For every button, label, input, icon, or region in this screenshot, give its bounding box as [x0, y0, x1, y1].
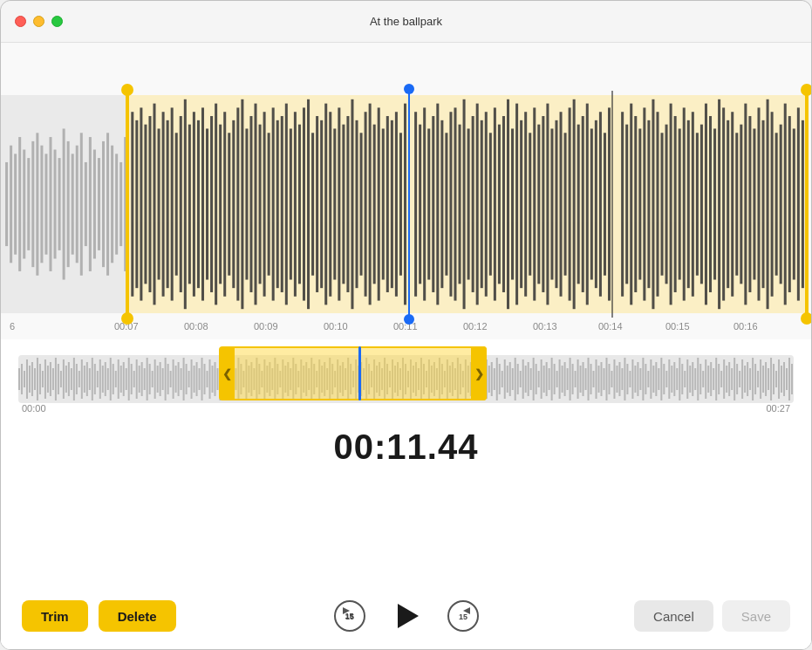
svg-rect-58 — [263, 112, 266, 297]
svg-rect-410 — [624, 358, 625, 400]
svg-rect-456 — [744, 366, 746, 393]
maximize-button[interactable] — [51, 16, 63, 27]
time-label-14: 00:14 — [598, 321, 623, 332]
svg-rect-275 — [269, 362, 270, 396]
svg-rect-434 — [686, 359, 688, 399]
svg-rect-84 — [378, 107, 380, 300]
svg-rect-157 — [713, 128, 716, 279]
svg-rect-220 — [126, 368, 127, 390]
svg-rect-218 — [120, 366, 122, 393]
svg-rect-6 — [31, 141, 34, 267]
svg-rect-155 — [705, 104, 707, 305]
mini-trim-handle-left[interactable]: ❮ — [219, 346, 235, 400]
svg-rect-170 — [771, 112, 774, 297]
svg-rect-9 — [44, 154, 47, 254]
time-label-9: 00:09 — [254, 321, 278, 332]
mini-trim-handle-right[interactable]: ❯ — [471, 346, 487, 400]
svg-rect-1 — [10, 146, 12, 263]
trim-button[interactable]: Trim — [22, 600, 88, 632]
mini-waveform-bg: // We'll use inline generation via CSS b… — [18, 355, 794, 403]
svg-rect-316 — [376, 366, 378, 393]
svg-rect-31 — [144, 125, 147, 284]
svg-rect-358 — [488, 366, 490, 393]
svg-rect-435 — [689, 366, 691, 393]
svg-rect-225 — [139, 366, 140, 393]
svg-rect-176 — [797, 107, 800, 300]
svg-rect-286 — [297, 371, 299, 387]
svg-rect-369 — [517, 364, 519, 394]
svg-rect-213 — [107, 368, 109, 390]
svg-rect-15 — [72, 154, 74, 254]
svg-rect-450 — [728, 362, 730, 396]
svg-rect-214 — [110, 358, 112, 400]
svg-rect-45 — [206, 128, 208, 279]
mini-playhead — [358, 346, 361, 400]
svg-rect-147 — [670, 104, 672, 305]
svg-rect-336 — [428, 359, 430, 399]
cancel-button[interactable]: Cancel — [634, 600, 713, 632]
rewind-button[interactable]: 15 15 — [333, 599, 366, 633]
svg-rect-254 — [214, 362, 215, 396]
svg-rect-282 — [287, 362, 289, 396]
svg-rect-409 — [621, 368, 623, 390]
svg-rect-20 — [93, 150, 96, 259]
svg-rect-424 — [660, 358, 662, 400]
close-button[interactable] — [15, 16, 26, 27]
svg-rect-298 — [329, 358, 331, 400]
svg-rect-340 — [439, 358, 440, 400]
svg-rect-273 — [263, 359, 265, 399]
time-label-6: 6 — [10, 321, 15, 332]
svg-rect-330 — [413, 366, 414, 393]
svg-rect-99 — [449, 112, 452, 297]
svg-rect-472 — [786, 368, 788, 390]
svg-rect-30 — [140, 107, 142, 300]
svg-rect-230 — [152, 371, 154, 387]
fast-forward-button[interactable]: 15 — [447, 599, 480, 633]
playhead[interactable] — [408, 91, 410, 318]
svg-rect-149 — [679, 128, 681, 279]
svg-rect-283 — [290, 368, 291, 390]
svg-rect-59 — [268, 133, 270, 275]
mini-waveform-strip[interactable]: // We'll use inline generation via CSS b… — [18, 346, 794, 416]
main-waveform-area[interactable]: 6 00:07 00:08 00:09 00:10 00:11 00:12 00… — [1, 43, 811, 339]
svg-rect-388 — [567, 368, 569, 390]
trim-handle-right[interactable] — [805, 91, 809, 318]
svg-rect-251 — [207, 371, 208, 387]
svg-rect-153 — [696, 133, 699, 275]
main-content: 6 00:07 00:08 00:09 00:10 00:11 00:12 00… — [1, 43, 811, 650]
svg-rect-396 — [588, 358, 590, 400]
svg-rect-223 — [133, 371, 135, 387]
delete-button[interactable]: Delete — [99, 600, 176, 632]
svg-rect-186 — [37, 358, 38, 400]
play-button[interactable] — [387, 597, 426, 635]
svg-rect-339 — [436, 368, 438, 390]
svg-rect-332 — [418, 368, 420, 390]
svg-rect-14 — [67, 141, 70, 267]
svg-rect-146 — [665, 125, 668, 284]
svg-rect-271 — [258, 364, 260, 394]
svg-rect-429 — [673, 362, 675, 396]
svg-rect-408 — [618, 362, 620, 396]
svg-rect-33 — [154, 104, 156, 305]
trim-handle-left[interactable] — [126, 91, 129, 318]
svg-rect-290 — [308, 368, 310, 390]
svg-rect-46 — [210, 116, 213, 292]
svg-rect-127 — [573, 99, 576, 309]
svg-rect-169 — [767, 99, 769, 309]
svg-rect-246 — [194, 366, 195, 393]
save-button[interactable]: Save — [722, 600, 790, 632]
svg-rect-319 — [384, 358, 386, 400]
svg-rect-57 — [259, 125, 262, 284]
svg-rect-16 — [76, 146, 78, 263]
svg-rect-262 — [235, 368, 236, 390]
svg-rect-326 — [402, 358, 404, 400]
svg-rect-179 — [18, 368, 20, 390]
svg-rect-300 — [334, 371, 336, 387]
svg-rect-159 — [722, 107, 725, 300]
svg-rect-303 — [342, 362, 344, 396]
svg-rect-181 — [24, 371, 25, 387]
svg-rect-422 — [655, 362, 657, 396]
svg-rect-180 — [21, 364, 23, 394]
svg-rect-54 — [245, 128, 248, 279]
minimize-button[interactable] — [33, 16, 44, 27]
